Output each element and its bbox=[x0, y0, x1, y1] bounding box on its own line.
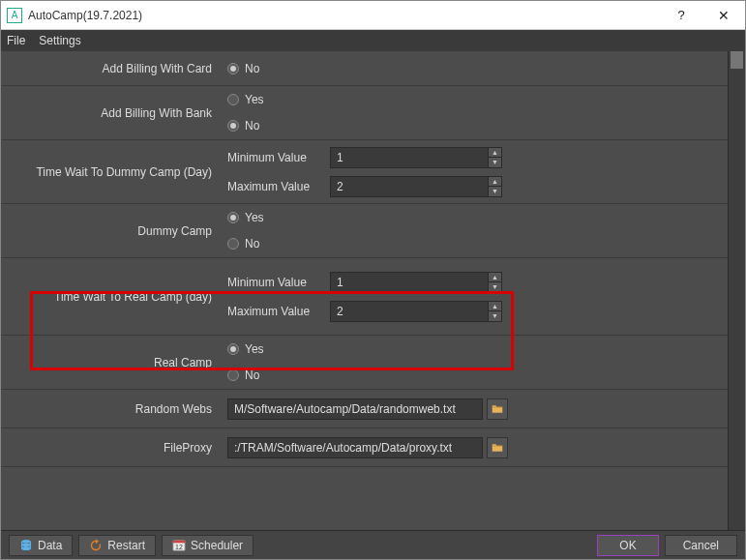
radio-label-no: No bbox=[245, 368, 259, 382]
label-add-billing-card: Add Billing With Card bbox=[1, 51, 222, 85]
browse-random-webs-button[interactable] bbox=[487, 398, 508, 420]
label-max: Maximum Value bbox=[227, 305, 324, 318]
row-time-wait-real: Time Wait To Real Camp (day) Minimum Val… bbox=[1, 258, 728, 336]
radio-icon bbox=[227, 63, 239, 74]
radio-add-billing-bank-yes[interactable]: Yes bbox=[227, 90, 722, 110]
input-real-min[interactable] bbox=[331, 276, 488, 289]
label-max: Maximum Value bbox=[227, 180, 324, 193]
spin-dummy-max[interactable]: ▲ ▼ bbox=[330, 176, 502, 197]
spin-down-icon[interactable]: ▼ bbox=[488, 282, 501, 292]
ok-button[interactable]: OK bbox=[597, 535, 658, 556]
radio-label-no: No bbox=[245, 237, 259, 251]
settings-form: Add Billing With Card No Add Billing Wit… bbox=[1, 51, 728, 530]
svg-point-0 bbox=[22, 539, 31, 543]
ok-button-label: OK bbox=[619, 539, 636, 552]
radio-add-billing-card-no[interactable]: No bbox=[227, 58, 722, 79]
spin-up-icon[interactable]: ▲ bbox=[488, 177, 501, 188]
label-file-proxy: FileProxy bbox=[1, 428, 222, 466]
scheduler-button-label: Scheduler bbox=[191, 539, 243, 552]
label-random-webs: Random Webs bbox=[1, 390, 222, 427]
window-title: AutoCamp(19.7.2021) bbox=[28, 9, 142, 22]
app-icon: A bbox=[7, 8, 22, 23]
path-random-webs[interactable] bbox=[227, 398, 483, 420]
calendar-icon: 12 bbox=[172, 539, 186, 552]
radio-icon bbox=[227, 212, 239, 223]
spin-dummy-min[interactable]: ▲ ▼ bbox=[330, 147, 502, 168]
label-time-wait-real: Time Wait To Real Camp (day) bbox=[1, 258, 222, 335]
radio-add-billing-bank-no[interactable]: No bbox=[227, 116, 722, 136]
label-min: Minimum Value bbox=[227, 151, 324, 164]
spin-real-min[interactable]: ▲ ▼ bbox=[330, 272, 502, 293]
spin-real-max[interactable]: ▲ ▼ bbox=[330, 301, 502, 322]
radio-dummy-camp-no[interactable]: No bbox=[227, 234, 722, 254]
spin-down-icon[interactable]: ▼ bbox=[488, 158, 501, 167]
menubar: File Settings bbox=[1, 30, 745, 51]
label-real-camp: Real Camp bbox=[1, 336, 222, 389]
restart-icon bbox=[89, 539, 103, 552]
scheduler-button[interactable]: 12 Scheduler bbox=[162, 535, 254, 556]
input-dummy-min[interactable] bbox=[331, 151, 488, 164]
radio-label-yes: Yes bbox=[245, 342, 264, 356]
content-area: Add Billing With Card No Add Billing Wit… bbox=[1, 51, 745, 530]
input-random-webs[interactable] bbox=[228, 402, 482, 416]
radio-label-no: No bbox=[245, 119, 259, 133]
folder-icon bbox=[492, 442, 503, 454]
label-add-billing-bank: Add Billing With Bank bbox=[1, 86, 222, 139]
database-icon bbox=[19, 539, 33, 552]
vertical-scrollbar[interactable] bbox=[728, 51, 745, 530]
radio-real-camp-no[interactable]: No bbox=[227, 366, 722, 386]
menu-settings[interactable]: Settings bbox=[39, 34, 80, 47]
radio-label-no: No bbox=[245, 62, 259, 75]
radio-dummy-camp-yes[interactable]: Yes bbox=[227, 208, 722, 228]
menu-file[interactable]: File bbox=[7, 34, 25, 47]
cancel-button-label: Cancel bbox=[683, 539, 719, 552]
data-button[interactable]: Data bbox=[9, 535, 73, 556]
browse-file-proxy-button[interactable] bbox=[487, 437, 508, 458]
svg-point-1 bbox=[22, 545, 31, 549]
svg-text:12: 12 bbox=[175, 543, 183, 549]
radio-label-yes: Yes bbox=[245, 93, 264, 106]
titlebar: A AutoCamp(19.7.2021) ? ✕ bbox=[1, 1, 745, 30]
restart-button[interactable]: Restart bbox=[78, 535, 156, 556]
folder-icon bbox=[492, 403, 503, 415]
radio-icon bbox=[227, 369, 239, 381]
spin-down-icon[interactable]: ▼ bbox=[488, 187, 501, 196]
spin-down-icon[interactable]: ▼ bbox=[488, 311, 501, 321]
label-dummy-camp: Dummy Camp bbox=[1, 204, 222, 257]
label-min: Minimum Value bbox=[227, 276, 324, 289]
svg-point-2 bbox=[22, 543, 31, 546]
radio-icon bbox=[227, 238, 239, 250]
radio-icon bbox=[227, 343, 239, 355]
radio-icon bbox=[227, 120, 239, 132]
radio-icon bbox=[227, 94, 239, 105]
scrollbar-thumb[interactable] bbox=[731, 51, 743, 69]
cancel-button[interactable]: Cancel bbox=[665, 535, 737, 556]
close-button[interactable]: ✕ bbox=[702, 1, 745, 30]
radio-label-yes: Yes bbox=[245, 211, 264, 224]
radio-real-camp-yes[interactable]: Yes bbox=[227, 339, 722, 360]
spin-up-icon[interactable]: ▲ bbox=[488, 273, 501, 283]
data-button-label: Data bbox=[38, 539, 62, 552]
path-file-proxy[interactable] bbox=[227, 437, 483, 458]
input-dummy-max[interactable] bbox=[331, 180, 488, 193]
footer-toolbar: Data Restart 12 Scheduler OK Cancel bbox=[1, 530, 745, 559]
input-file-proxy[interactable] bbox=[228, 441, 482, 455]
spin-up-icon[interactable]: ▲ bbox=[488, 148, 501, 159]
label-time-wait-dummy: Time Wait To Dummy Camp (Day) bbox=[1, 140, 222, 203]
help-button[interactable]: ? bbox=[660, 1, 702, 30]
input-real-max[interactable] bbox=[331, 305, 488, 318]
restart-button-label: Restart bbox=[107, 539, 145, 552]
spin-up-icon[interactable]: ▲ bbox=[488, 302, 501, 312]
